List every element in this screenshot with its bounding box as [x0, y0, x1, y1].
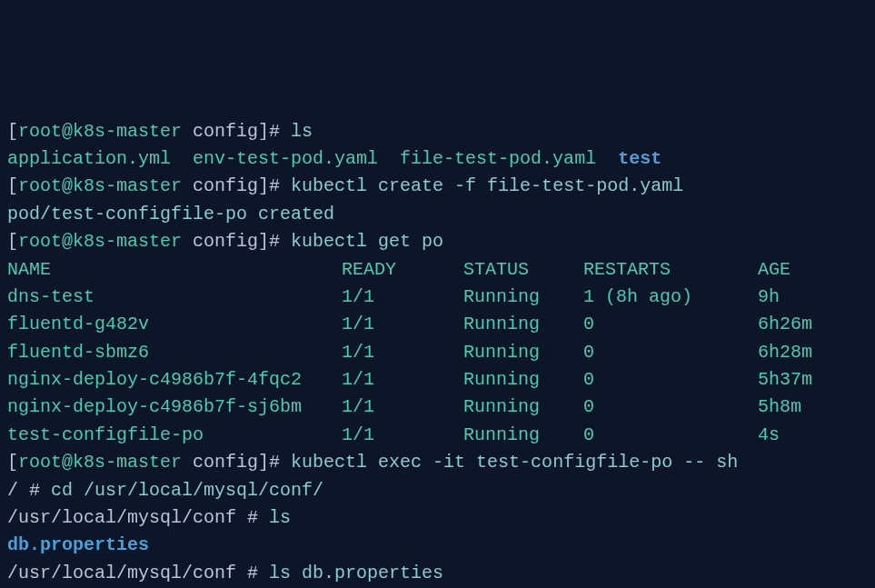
- command-text: ls: [291, 121, 313, 142]
- prompt-line-3: [root@k8s-master config]# kubectl get po: [7, 231, 443, 252]
- pod-restarts: 1 (8h ago): [583, 284, 758, 311]
- prompt-line-4: [root@k8s-master config]# kubectl exec -…: [7, 452, 738, 473]
- pod-name: fluentd-g482v: [7, 311, 342, 338]
- pod-restarts: 0: [583, 422, 758, 449]
- col-restarts-header: RESTARTS: [583, 256, 758, 284]
- pod-age: 4s: [758, 422, 780, 449]
- file-name: application.yml: [7, 148, 193, 169]
- pod-age: 6h26m: [758, 311, 812, 338]
- pod-ready: 1/1: [342, 311, 463, 338]
- command-text: kubectl create -f file-test-pod.yaml: [291, 175, 683, 196]
- bracket: [: [7, 175, 18, 196]
- pod-ready: 1/1: [342, 339, 463, 366]
- table-row: nginx-deploy-c4986b7f-4fqc21/1Running05h…: [7, 369, 812, 390]
- shell-line: / # cd /usr/local/mysql/conf/: [7, 480, 323, 501]
- table-row: fluentd-sbmz61/1Running06h28m: [7, 342, 812, 363]
- prompt-line-1: [root@k8s-master config]# ls: [7, 121, 313, 142]
- command-text: ls db.properties: [269, 563, 443, 583]
- terminal[interactable]: [root@k8s-master config]# ls application…: [7, 118, 868, 588]
- pod-ready: 1/1: [342, 284, 463, 311]
- pod-restarts: 0: [583, 366, 758, 394]
- shell-prompt: /usr/local/mysql/conf #: [7, 563, 269, 583]
- command-text: cd /usr/local/mysql/conf/: [51, 480, 323, 501]
- pod-age: 5h8m: [758, 394, 801, 421]
- pod-restarts: 0: [583, 311, 758, 338]
- user-host: root@k8s-master: [18, 452, 182, 473]
- pod-status: Running: [463, 339, 583, 366]
- ls-file-output: db.properties: [7, 534, 149, 555]
- file-name: file-test-pod.yaml: [400, 148, 618, 169]
- cwd: config: [182, 175, 258, 196]
- bracket: ]#: [258, 175, 291, 196]
- command-text: kubectl get po: [291, 231, 443, 252]
- pod-ready: 1/1: [342, 394, 463, 421]
- pod-name: nginx-deploy-c4986b7f-sj6bm: [7, 394, 342, 421]
- bracket: ]#: [258, 121, 291, 142]
- col-age-header: AGE: [758, 256, 790, 284]
- command-text: kubectl exec -it test-configfile-po -- s…: [291, 452, 738, 473]
- ls-output: application.yml env-test-pod.yaml file-t…: [7, 148, 661, 169]
- pod-name: dns-test: [7, 284, 342, 311]
- col-ready-header: READY: [342, 256, 463, 284]
- table-row: fluentd-g482v1/1Running06h26m: [7, 314, 812, 334]
- pod-age: 5h37m: [758, 366, 812, 394]
- pod-ready: 1/1: [342, 422, 463, 449]
- table-row: test-configfile-po1/1Running04s: [7, 424, 780, 445]
- pod-age: 6h28m: [758, 339, 812, 366]
- bracket: ]#: [258, 231, 291, 252]
- pod-status: Running: [463, 311, 583, 338]
- user-host: root@k8s-master: [18, 175, 182, 196]
- bracket: [: [7, 231, 18, 252]
- bracket: ]#: [258, 452, 291, 473]
- pod-age: 9h: [758, 284, 780, 311]
- bracket: [: [7, 121, 18, 142]
- command-text: ls: [269, 507, 291, 528]
- pod-restarts: 0: [583, 394, 758, 421]
- user-host: root@k8s-master: [18, 231, 182, 252]
- shell-line: /usr/local/mysql/conf # ls db.properties: [7, 563, 443, 583]
- bracket: [: [7, 452, 18, 473]
- pod-status: Running: [463, 366, 583, 394]
- pod-name: fluentd-sbmz6: [7, 339, 342, 366]
- pod-status: Running: [463, 394, 583, 421]
- pod-name: test-configfile-po: [7, 422, 342, 449]
- col-name-header: NAME: [7, 256, 342, 284]
- pod-restarts: 0: [583, 339, 758, 366]
- prompt-line-2: [root@k8s-master config]# kubectl create…: [7, 175, 683, 196]
- pod-name: nginx-deploy-c4986b7f-4fqc2: [7, 366, 342, 394]
- shell-prompt: /usr/local/mysql/conf #: [7, 507, 269, 528]
- table-header: NAMEREADYSTATUSRESTARTSAGE: [7, 259, 790, 280]
- pod-ready: 1/1: [342, 366, 463, 394]
- cwd: config: [182, 231, 258, 252]
- cwd: config: [182, 121, 258, 142]
- table-row: nginx-deploy-c4986b7f-sj6bm1/1Running05h…: [7, 396, 801, 417]
- pod-status: Running: [463, 284, 583, 311]
- pod-status: Running: [463, 422, 583, 449]
- shell-prompt: / #: [7, 480, 51, 501]
- file-name: env-test-pod.yaml: [193, 148, 400, 169]
- create-output: pod/test-configfile-po created: [7, 204, 334, 224]
- shell-line: /usr/local/mysql/conf # ls: [7, 507, 291, 528]
- cwd: config: [182, 452, 258, 473]
- table-row: dns-test1/1Running1 (8h ago)9h: [7, 286, 780, 307]
- col-status-header: STATUS: [463, 256, 583, 284]
- dir-name: test: [618, 148, 661, 169]
- user-host: root@k8s-master: [18, 121, 182, 142]
